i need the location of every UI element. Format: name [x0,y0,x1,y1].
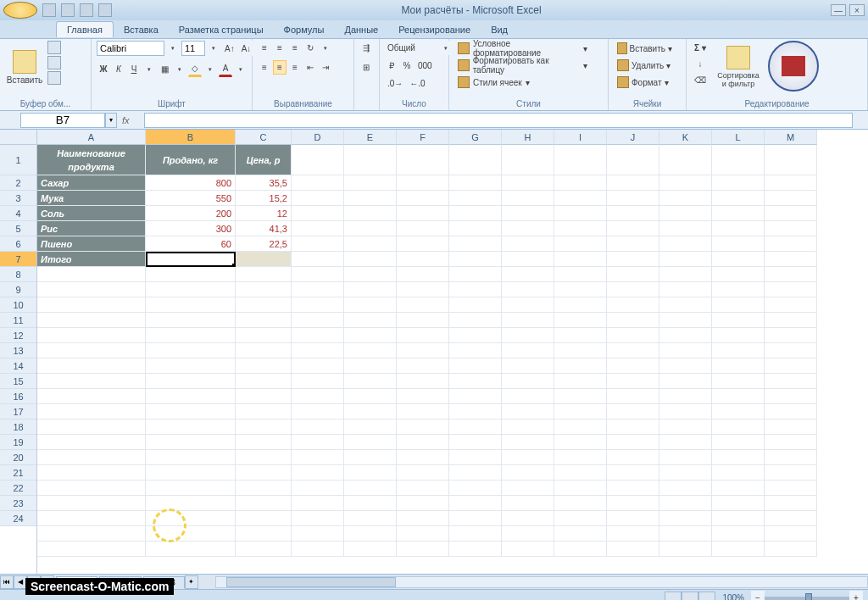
product-name[interactable]: Сахар [37,175,146,191]
pagebreak-view-icon[interactable] [698,592,715,601]
size-dropdown-icon[interactable]: ▾ [207,41,220,56]
cell[interactable] [712,389,765,404]
cell[interactable] [397,297,449,313]
indent-inc-icon[interactable]: ⇥ [319,60,332,75]
cell[interactable] [449,465,502,481]
cell[interactable] [502,481,554,496]
align-left-icon[interactable]: ≡ [258,60,271,75]
cell[interactable] [607,282,659,297]
cell[interactable] [397,191,449,206]
cell[interactable] [37,481,146,496]
cell[interactable] [146,282,236,297]
cell[interactable] [554,419,607,435]
cell[interactable] [765,435,817,450]
cell[interactable] [659,313,712,328]
row-header-2[interactable]: 2 [0,175,36,191]
cell[interactable] [236,419,292,435]
wrap-text-icon[interactable]: ⇶ [359,41,373,55]
cell[interactable] [146,389,236,404]
cell[interactable] [554,175,607,191]
cell[interactable] [712,542,765,557]
cell[interactable] [449,511,502,526]
cell[interactable] [554,236,607,252]
save-icon[interactable] [42,3,56,17]
cell[interactable] [449,175,502,191]
align-center-icon[interactable]: ≡ [273,60,287,75]
align-middle-icon[interactable]: ≡ [273,41,287,55]
cell[interactable] [397,389,449,404]
cell[interactable] [236,297,292,313]
cell[interactable] [554,404,607,419]
cell[interactable] [292,191,344,206]
cell[interactable] [502,191,554,206]
cell[interactable] [236,481,292,496]
cell[interactable] [554,313,607,328]
cell[interactable] [554,282,607,297]
cell[interactable] [502,206,554,221]
cell[interactable] [607,481,659,496]
cell[interactable] [765,328,817,343]
sold-value[interactable]: 550 [146,191,236,206]
cell[interactable] [607,343,659,358]
cell[interactable] [397,435,449,450]
cell[interactable] [712,435,765,450]
cell[interactable] [397,145,449,175]
cell[interactable] [397,343,449,358]
cell[interactable] [397,175,449,191]
cell[interactable] [765,496,817,511]
cell[interactable] [502,343,554,358]
tab-review[interactable]: Рецензирование [388,22,481,37]
cell[interactable] [659,236,712,252]
cell[interactable] [607,374,659,389]
cell[interactable] [607,252,659,267]
cell[interactable] [659,221,712,236]
office-button[interactable] [3,2,37,19]
cell-styles-button[interactable]: Стили ячеек ▾ [454,75,590,90]
row-header-6[interactable]: 6 [0,236,36,252]
cell[interactable] [344,267,397,282]
cell[interactable] [344,511,397,526]
align-right-icon[interactable]: ≡ [288,60,302,75]
cell[interactable] [449,221,502,236]
cell[interactable] [236,526,292,542]
cell[interactable] [659,297,712,313]
align-top-icon[interactable]: ≡ [258,41,271,55]
cell[interactable] [292,542,344,557]
cell[interactable] [659,435,712,450]
zoom-thumb[interactable] [805,593,812,601]
cell[interactable] [449,191,502,206]
cell[interactable] [712,313,765,328]
clear-icon[interactable]: ⌫ [692,73,709,87]
cell[interactable] [712,236,765,252]
cell[interactable] [37,496,146,511]
font-size-input[interactable] [181,41,205,56]
cell[interactable] [712,175,765,191]
cell[interactable] [146,465,236,481]
cell[interactable] [712,282,765,297]
indent-dec-icon[interactable]: ⇤ [303,60,317,75]
namebox-dropdown-icon[interactable]: ▾ [105,113,117,128]
cell[interactable] [502,221,554,236]
cell[interactable] [146,419,236,435]
cell[interactable] [37,419,146,435]
cell[interactable] [712,481,765,496]
cell[interactable] [397,481,449,496]
cell[interactable] [37,282,146,297]
cut-icon[interactable] [47,41,61,54]
cell[interactable] [344,435,397,450]
cell[interactable] [502,542,554,557]
cell[interactable] [502,297,554,313]
cell[interactable] [712,450,765,465]
cell[interactable] [292,358,344,374]
cell[interactable] [607,404,659,419]
cell[interactable] [397,404,449,419]
orientation-icon[interactable]: ↻ [303,41,317,55]
cell[interactable] [292,282,344,297]
cell[interactable] [449,206,502,221]
cell[interactable] [659,282,712,297]
cell[interactable] [502,358,554,374]
cell[interactable] [765,511,817,526]
zoom-level[interactable]: 100% [722,593,744,600]
underline-button[interactable]: Ч [127,61,141,77]
cell[interactable] [449,450,502,465]
